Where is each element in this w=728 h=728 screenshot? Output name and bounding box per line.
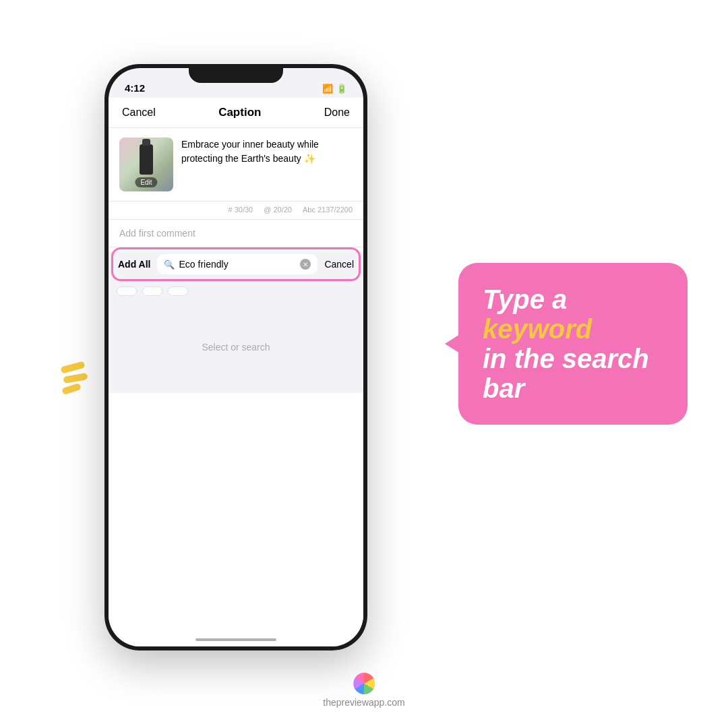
footer: thepreviewapp.com <box>323 673 404 708</box>
nav-title: Caption <box>218 106 261 119</box>
add-all-button[interactable]: Add All <box>117 259 152 270</box>
app-content: Cancel Caption Done Edit Embrace your in… <box>109 98 363 646</box>
bubble-line-1: Type a <box>483 284 663 314</box>
search-input-container: 🔍 Eco friendly ✕ <box>157 254 317 274</box>
nav-done-button[interactable]: Done <box>324 107 350 119</box>
add-comment[interactable]: Add first comment <box>109 220 363 247</box>
post-thumbnail: Edit <box>119 138 173 191</box>
mention-count: @ 20/20 <box>264 206 292 214</box>
category-chips <box>109 281 363 301</box>
battery-icon: 🔋 <box>336 84 347 94</box>
search-icon: 🔍 <box>164 260 175 270</box>
caption-area: Edit Embrace your inner beauty while pro… <box>109 128 363 202</box>
status-time: 4:12 <box>125 82 145 94</box>
caption-stats: # 30/30 @ 20/20 Abc 2137/2200 <box>109 202 363 220</box>
phone-notch <box>189 64 283 83</box>
hashtag-count: # 30/30 <box>229 206 253 214</box>
search-bar-wrapper: Add All 🔍 Eco friendly ✕ Cancel <box>117 251 355 277</box>
char-count: Abc 2137/2200 <box>303 206 353 214</box>
caption-text[interactable]: Embrace your inner beauty while protecti… <box>181 138 353 191</box>
status-icons: 📶 🔋 <box>322 84 347 94</box>
chip-2[interactable] <box>142 286 162 296</box>
footer-url: thepreviewapp.com <box>323 697 404 708</box>
home-indicator <box>195 638 276 641</box>
app-logo <box>353 673 375 694</box>
nav-bar: Cancel Caption Done <box>109 98 363 128</box>
bubble-line-3: in the search bar <box>483 344 663 403</box>
search-cancel-button[interactable]: Cancel <box>323 259 355 270</box>
edit-label[interactable]: Edit <box>135 177 157 187</box>
page: 4:12 📶 🔋 Cancel Caption Done <box>0 0 728 728</box>
bottle-decoration <box>140 144 153 175</box>
chip-1[interactable] <box>117 286 137 296</box>
search-clear-button[interactable]: ✕ <box>300 259 311 270</box>
phone-mockup: 4:12 📶 🔋 Cancel Caption Done <box>104 64 367 650</box>
decorative-squiggles <box>61 364 88 396</box>
search-bar-row: Add All 🔍 Eco friendly ✕ Cancel <box>117 251 355 277</box>
bubble-line-2: keyword <box>483 314 663 344</box>
nav-cancel-button[interactable]: Cancel <box>122 107 156 119</box>
empty-state: Select or search <box>109 301 363 393</box>
wifi-icon: 📶 <box>322 84 333 94</box>
chip-3[interactable] <box>168 286 188 296</box>
search-input[interactable]: Eco friendly <box>179 259 296 270</box>
hashtag-section: Add All 🔍 Eco friendly ✕ Cancel <box>109 251 363 393</box>
speech-bubble: Type a keyword in the search bar <box>458 263 688 425</box>
